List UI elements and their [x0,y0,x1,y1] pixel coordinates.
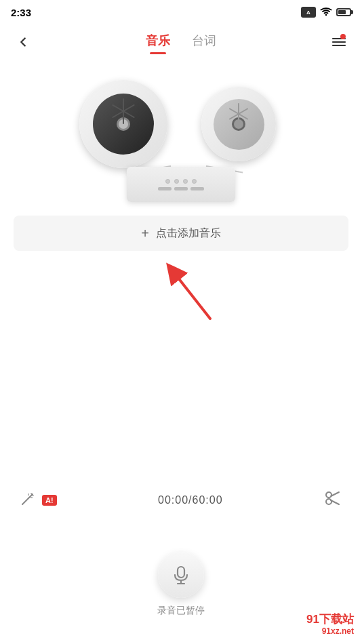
arrow-container [0,258,362,325]
watermark: 91下载站 91xz.net [306,613,354,636]
add-music-button[interactable]: + 点击添加音乐 [14,216,348,251]
reel-right-inner [214,99,264,150]
record-section: 录音已暂停 [14,552,348,617]
cassette-dot [183,179,188,184]
cassette-slot [190,187,204,190]
cassette-dot [192,179,197,184]
status-icons: A [301,7,351,18]
watermark-line1: 91下载站 [306,613,354,626]
tab-lyrics[interactable]: 台词 [192,33,216,52]
plus-icon: + [141,226,149,241]
nav-tabs: 音乐 台词 [146,33,216,52]
svg-rect-15 [178,567,184,578]
watermark-line2: 91xz.net [306,626,354,636]
cassette-slot [158,187,172,190]
scissors-icon[interactable] [324,489,342,511]
menu-button[interactable] [327,30,351,54]
cassette-dot [174,179,179,184]
cassette-body [127,167,235,202]
cassette-player [73,73,289,202]
microphone-icon [171,565,191,585]
svg-line-5 [22,498,29,504]
status-bar: 2:33 A [0,0,362,24]
time-display: 00:00/60:00 [158,494,223,506]
sim-icon: A [301,7,316,18]
back-button[interactable] [11,30,35,54]
time-row: A! 00:00/60:00 [14,489,348,511]
record-status-text: 录音已暂停 [157,605,205,617]
reel-right [201,87,276,161]
add-music-label: 点击添加音乐 [156,226,221,241]
cassette-slots [158,187,204,190]
svg-line-4 [173,271,210,319]
reel-left-inner [93,94,154,155]
wand-icon[interactable] [20,491,35,510]
record-button[interactable] [158,552,204,598]
cassette-dot [165,179,170,184]
cassette-area [0,60,362,209]
ai-badge[interactable]: A! [42,495,57,506]
battery-icon [336,8,351,16]
annotation-arrow [156,258,224,325]
time-left-icons: A! [20,491,57,510]
top-nav: 音乐 台词 [0,24,362,60]
svg-point-8 [32,494,33,496]
status-time: 2:33 [11,7,31,18]
wifi-icon [320,7,332,17]
tab-music[interactable]: 音乐 [146,33,170,52]
cassette-dots [165,179,197,184]
reel-left [79,80,167,168]
menu-notification-dot [340,34,346,39]
cassette-slot [174,187,188,190]
